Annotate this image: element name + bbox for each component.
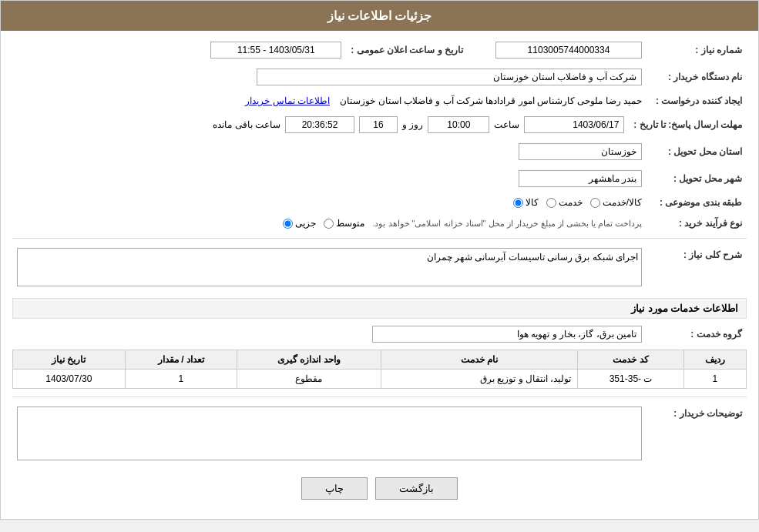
response-time-input[interactable] — [428, 116, 489, 133]
col-date: تاریخ نیاز — [13, 350, 126, 370]
back-button[interactable]: بازگشت — [375, 477, 458, 500]
buyer-org-label: نام دستگاه خریدار : — [646, 65, 747, 89]
response-day-label: روز و — [402, 119, 423, 130]
delivery-city-label: شهر محل تحویل : — [646, 167, 747, 190]
purchase-option-partial[interactable]: جزیی — [283, 218, 316, 229]
button-row: بازگشت چاپ — [12, 477, 747, 500]
service-group-label: گروه خدمت : — [646, 323, 747, 346]
col-service-code: کد خدمت — [578, 350, 683, 370]
response-date-input[interactable] — [524, 116, 624, 133]
response-deadline-label: مهلت ارسال پاسخ: تا تاریخ : — [629, 113, 747, 136]
purchase-note: پرداخت تمام یا بخشی از مبلغ خریدار از مح… — [372, 219, 642, 229]
response-time-label: ساعت — [494, 119, 519, 130]
delivery-province-input[interactable] — [519, 143, 642, 160]
services-table: ردیف کد خدمت نام خدمت واحد اندازه گیری ت… — [12, 350, 747, 389]
page-header: جزئیات اطلاعات نیاز — [1, 1, 758, 31]
cell-row-num: 1 — [683, 370, 746, 389]
category-label: طبقه بندی موضوعی : — [646, 194, 747, 211]
contact-info-link[interactable]: اطلاعات تماس خریدار — [245, 95, 330, 106]
col-row-num: ردیف — [683, 350, 746, 370]
page-title: جزئیات اطلاعات نیاز — [327, 9, 432, 22]
delivery-province-label: استان محل تحویل : — [646, 140, 747, 163]
created-by-name: حمید رضا ملوحی کارشناس امور قرادادها شرک… — [340, 95, 642, 106]
remaining-time-input[interactable] — [285, 116, 354, 133]
print-button[interactable]: چاپ — [301, 477, 368, 500]
created-by-label: ایجاد کننده درخواست : — [646, 92, 747, 109]
cell-date: 1403/07/30 — [13, 370, 126, 389]
table-row: 1 ت -35-351 تولید، انتقال و توزیع برق مق… — [13, 370, 747, 389]
need-number-input[interactable] — [495, 42, 642, 59]
announcement-date-label: تاریخ و ساعت اعلان عمومی : — [346, 38, 468, 62]
delivery-city-input[interactable] — [519, 170, 642, 187]
need-description-textarea[interactable] — [17, 248, 642, 286]
service-group-input[interactable] — [372, 326, 642, 343]
announcement-date-input[interactable] — [210, 42, 341, 59]
category-option-kala-khadamat[interactable]: کالا/خدمت — [590, 197, 642, 208]
remaining-time-label: ساعت باقی مانده — [213, 119, 280, 130]
col-service-name: نام خدمت — [381, 350, 578, 370]
category-option-khadamat[interactable]: خدمت — [546, 197, 583, 208]
purchase-type-label: نوع فرآیند خرید : — [646, 215, 747, 232]
need-number-label: شماره نیاز : — [646, 38, 747, 62]
buyer-notes-label: توضیحات خریدار : — [646, 403, 747, 466]
buyer-notes-textarea[interactable] — [17, 407, 642, 460]
cell-unit: مقطوع — [237, 370, 381, 389]
cell-service-code: ت -35-351 — [578, 370, 683, 389]
need-description-label: شرح کلی نیاز : — [646, 245, 747, 292]
cell-quantity: 1 — [125, 370, 237, 389]
services-section-header: اطلاعات خدمات مورد نیاز — [12, 298, 747, 319]
col-unit: واحد اندازه گیری — [237, 350, 381, 370]
buyer-org-input[interactable] — [257, 69, 642, 85]
col-quantity: تعداد / مقدار — [125, 350, 237, 370]
purchase-option-medium[interactable]: متوسط — [324, 218, 364, 229]
category-option-kala[interactable]: کالا — [513, 197, 539, 208]
cell-service-name: تولید، انتقال و توزیع برق — [381, 370, 578, 389]
response-day-input[interactable] — [359, 116, 398, 133]
